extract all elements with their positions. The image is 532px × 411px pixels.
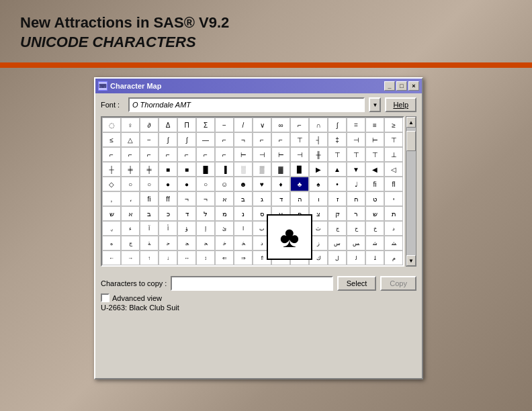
- char-cell[interactable]: ▉: [290, 162, 309, 177]
- char-cell[interactable]: ⊢: [365, 132, 384, 147]
- char-cell[interactable]: ∞: [271, 118, 290, 132]
- char-cell[interactable]: ◌: [102, 118, 121, 132]
- font-dropdown-arrow[interactable]: ▼: [369, 97, 381, 112]
- char-cell[interactable]: △: [121, 132, 140, 147]
- char-cell[interactable]: ♠: [309, 177, 328, 191]
- char-cell[interactable]: ء: [121, 221, 140, 236]
- char-cell[interactable]: /: [234, 118, 253, 132]
- char-cell[interactable]: ↓: [159, 250, 177, 265]
- char-cell[interactable]: ⊤: [384, 132, 403, 147]
- char-cell[interactable]: ┼: [102, 162, 121, 177]
- char-cell[interactable]: ↑: [140, 250, 159, 265]
- char-cell[interactable]: ♥: [253, 177, 271, 191]
- char-cell[interactable]: ∫: [177, 132, 196, 147]
- char-cell[interactable]: ‡: [328, 132, 347, 147]
- char-cell[interactable]: ﺲ: [347, 236, 365, 250]
- char-cell[interactable]: ≥: [384, 118, 403, 132]
- char-cell[interactable]: ﺝ: [121, 236, 140, 250]
- scrollbar-thumb[interactable]: [406, 131, 416, 151]
- char-cell[interactable]: ⌐: [159, 147, 177, 162]
- char-cell[interactable]: ש: [102, 206, 121, 221]
- char-cell[interactable]: ﺸ: [384, 236, 403, 250]
- char-cell[interactable]: ב: [140, 206, 159, 221]
- char-cell[interactable]: ╫: [309, 147, 328, 162]
- char-cell[interactable]: fi: [365, 177, 384, 191]
- char-cell[interactable]: ئ: [215, 221, 234, 236]
- char-cell[interactable]: •: [328, 177, 347, 191]
- char-cell[interactable]: ⊤: [328, 147, 347, 162]
- char-cell[interactable]: ¬: [234, 132, 253, 147]
- char-cell[interactable]: ▲: [328, 162, 347, 177]
- char-cell[interactable]: ﺨ: [234, 236, 253, 250]
- char-cell[interactable]: ⊣: [290, 147, 309, 162]
- char-cell[interactable]: ז: [328, 191, 347, 206]
- char-cell[interactable]: ,: [102, 191, 121, 206]
- char-cell[interactable]: ←: [102, 250, 121, 265]
- close-button[interactable]: ×: [408, 81, 419, 91]
- char-cell[interactable]: ﻟ: [347, 250, 365, 265]
- char-cell[interactable]: —: [196, 132, 215, 147]
- char-cell[interactable]: ⊥: [384, 147, 403, 162]
- char-cell[interactable]: ⌐: [196, 147, 215, 162]
- char-cell[interactable]: ▒: [253, 162, 271, 177]
- char-cell[interactable]: ⌐: [271, 132, 290, 147]
- char-cell[interactable]: ؠ: [102, 221, 121, 236]
- char-cell[interactable]: ∂: [140, 118, 159, 132]
- char-cell[interactable]: Δ: [159, 118, 177, 132]
- char-cell[interactable]: ▶: [309, 162, 328, 177]
- char-cell[interactable]: ■: [177, 162, 196, 177]
- char-cell[interactable]: כ: [159, 206, 177, 221]
- char-cell[interactable]: ו: [309, 191, 328, 206]
- char-cell[interactable]: ≡: [365, 118, 384, 132]
- char-cell[interactable]: ح: [347, 221, 365, 236]
- font-dropdown[interactable]: O Thorndale AMT: [128, 97, 365, 112]
- char-cell[interactable]: ⊤: [365, 147, 384, 162]
- maximize-button[interactable]: □: [396, 81, 407, 91]
- char-cell[interactable]: ﺤ: [196, 236, 215, 250]
- char-cell[interactable]: ⊤: [290, 132, 309, 147]
- char-cell[interactable]: ⊣: [347, 132, 365, 147]
- char-cell[interactable]: ﻡ: [384, 250, 403, 265]
- char-cell[interactable]: ↔: [177, 250, 196, 265]
- char-cell[interactable]: ⌐: [253, 132, 271, 147]
- char-cell[interactable]: ╪: [140, 162, 159, 177]
- char-cell[interactable]: ◇: [102, 177, 121, 191]
- char-cell[interactable]: Σ: [196, 118, 215, 132]
- char-cell[interactable]: ا: [234, 221, 253, 236]
- char-cell[interactable]: ח: [347, 191, 365, 206]
- char-cell[interactable]: ת: [384, 206, 403, 221]
- char-cell[interactable]: ⌐: [121, 147, 140, 162]
- char-cell[interactable]: إ: [196, 221, 215, 236]
- char-cell[interactable]: ר: [347, 206, 365, 221]
- char-cell[interactable]: א: [215, 191, 234, 206]
- char-cell[interactable]: ●: [159, 177, 177, 191]
- char-cell[interactable]: fl: [384, 177, 403, 191]
- char-cell[interactable]: ≤: [102, 132, 121, 147]
- char-cell[interactable]: ╪: [121, 162, 140, 177]
- char-cell[interactable]: ב: [234, 191, 253, 206]
- char-cell[interactable]: ☺: [215, 177, 234, 191]
- char-cell[interactable]: ⌐: [215, 147, 234, 162]
- char-cell[interactable]: ש: [365, 206, 384, 221]
- char-cell[interactable]: ⊤: [347, 147, 365, 162]
- characters-to-copy-input[interactable]: [171, 276, 332, 291]
- char-cell[interactable]: ∩: [309, 118, 328, 132]
- char-cell[interactable]: █: [196, 162, 215, 177]
- char-cell[interactable]: ﺱ: [328, 236, 347, 250]
- char-cell[interactable]: ░: [234, 162, 253, 177]
- char-cell[interactable]: ¬: [177, 191, 196, 206]
- char-cell[interactable]: נ: [234, 206, 253, 221]
- char-cell[interactable]: ¬: [196, 191, 215, 206]
- char-cell[interactable]: fi: [140, 191, 159, 206]
- char-cell[interactable]: י: [384, 191, 403, 206]
- char-cell[interactable]: ↕: [196, 250, 215, 265]
- minimize-button[interactable]: _: [384, 81, 395, 91]
- char-cell[interactable]: ┤: [309, 132, 328, 147]
- help-button[interactable]: Help: [385, 97, 416, 112]
- char-cell[interactable]: −: [140, 132, 159, 147]
- char-cell[interactable]: ♦: [271, 177, 290, 191]
- char-cell[interactable]: ⌐: [177, 147, 196, 162]
- char-cell[interactable]: ק: [328, 206, 347, 221]
- char-cell[interactable]: ד: [271, 191, 290, 206]
- char-cell[interactable]: ■: [159, 162, 177, 177]
